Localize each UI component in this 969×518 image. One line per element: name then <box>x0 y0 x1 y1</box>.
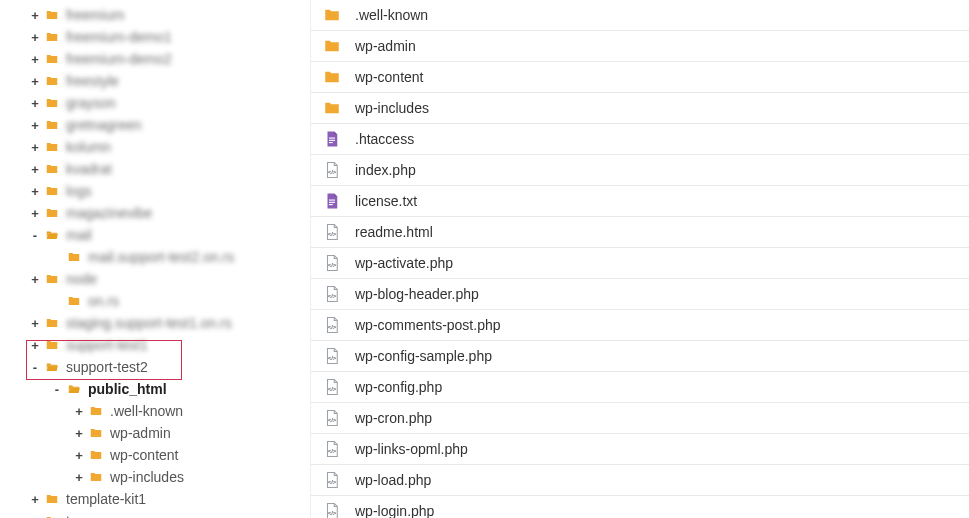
tree-node[interactable]: +wp-admin <box>28 422 310 444</box>
expand-toggle[interactable]: + <box>28 338 42 353</box>
tree-node[interactable]: +freemium-demo2 <box>28 48 310 70</box>
tree-node-label: wp-includes <box>110 469 184 485</box>
tree-node[interactable]: +support-test1 <box>28 334 310 356</box>
expand-toggle[interactable]: + <box>28 514 42 519</box>
tree-node[interactable]: -public_html <box>28 378 310 400</box>
file-row[interactable]: license.txt <box>311 186 969 217</box>
tree-node[interactable]: +kvadrat <box>28 158 310 180</box>
tree-node-label: freemium <box>66 7 124 23</box>
tree-node[interactable]: +logs <box>28 180 310 202</box>
tree-node-label: mail.support-test2.on.rs <box>88 249 234 265</box>
file-name: wp-content <box>355 69 423 85</box>
folder-closed-icon <box>88 470 104 484</box>
expand-toggle[interactable]: + <box>28 52 42 67</box>
expand-toggle[interactable]: + <box>28 74 42 89</box>
expand-toggle[interactable]: + <box>28 184 42 199</box>
file-row[interactable]: wp-login.php <box>311 496 969 518</box>
folder-closed-icon <box>88 404 104 418</box>
folder-closed-icon <box>44 96 60 110</box>
file-list-panel[interactable]: .well-knownwp-adminwp-contentwp-includes… <box>310 0 969 518</box>
collapse-toggle[interactable]: - <box>28 228 42 243</box>
folder-closed-icon <box>66 250 82 264</box>
file-row[interactable]: .htaccess <box>311 124 969 155</box>
file-text-icon <box>323 130 341 148</box>
expand-toggle[interactable]: + <box>28 162 42 177</box>
file-code-icon <box>323 409 341 427</box>
file-name: wp-config.php <box>355 379 442 395</box>
file-row[interactable]: index.php <box>311 155 969 186</box>
file-row[interactable]: wp-config.php <box>311 372 969 403</box>
file-row[interactable]: wp-admin <box>311 31 969 62</box>
file-row[interactable]: wp-activate.php <box>311 248 969 279</box>
tree-node[interactable]: +mail.support-test2.on.rs <box>28 246 310 268</box>
file-row[interactable]: wp-content <box>311 62 969 93</box>
tree-node[interactable]: +grayson <box>28 92 310 114</box>
tree-node-label: mail <box>66 227 92 243</box>
file-name: wp-config-sample.php <box>355 348 492 364</box>
folder-tree-sidebar[interactable]: +freemium+freemium-demo1+freemium-demo2+… <box>0 0 310 518</box>
folder-open-icon <box>66 382 82 396</box>
tree-node[interactable]: +wp-content <box>28 444 310 466</box>
expand-toggle[interactable]: + <box>28 118 42 133</box>
tree-node-label: staging.support-test1.on.rs <box>66 315 232 331</box>
tree-node[interactable]: +tmp <box>28 510 310 518</box>
tree-node[interactable]: +magazinevibe <box>28 202 310 224</box>
tree-node[interactable]: +freestyle <box>28 70 310 92</box>
file-name: wp-admin <box>355 38 416 54</box>
expand-toggle[interactable]: + <box>28 96 42 111</box>
tree-node[interactable]: +node <box>28 268 310 290</box>
tree-node-label: logs <box>66 183 92 199</box>
file-row[interactable]: wp-cron.php <box>311 403 969 434</box>
file-row[interactable]: wp-comments-post.php <box>311 310 969 341</box>
tree-node[interactable]: -mail <box>28 224 310 246</box>
file-row[interactable]: wp-blog-header.php <box>311 279 969 310</box>
file-code-icon <box>323 471 341 489</box>
expand-toggle[interactable]: + <box>28 8 42 23</box>
tree-node[interactable]: +freemium-demo1 <box>28 26 310 48</box>
folder-icon <box>323 37 341 55</box>
file-row[interactable]: wp-load.php <box>311 465 969 496</box>
file-row[interactable]: wp-config-sample.php <box>311 341 969 372</box>
file-row[interactable]: wp-includes <box>311 93 969 124</box>
file-row[interactable]: .well-known <box>311 0 969 31</box>
tree-node[interactable]: +staging.support-test1.on.rs <box>28 312 310 334</box>
tree-node-label: support-test2 <box>66 359 148 375</box>
tree-node[interactable]: +gretnagreen <box>28 114 310 136</box>
tree-node-label: freemium-demo1 <box>66 29 172 45</box>
expand-toggle[interactable]: + <box>72 470 86 485</box>
tree-node[interactable]: +kolumn <box>28 136 310 158</box>
folder-icon <box>323 6 341 24</box>
tree-node[interactable]: +wp-includes <box>28 466 310 488</box>
file-row[interactable]: wp-links-opml.php <box>311 434 969 465</box>
tree-node[interactable]: +on.rs <box>28 290 310 312</box>
collapse-toggle[interactable]: - <box>28 360 42 375</box>
expand-toggle[interactable]: + <box>72 448 86 463</box>
tree-node-label: gretnagreen <box>66 117 142 133</box>
file-name: wp-load.php <box>355 472 431 488</box>
expand-toggle[interactable]: + <box>28 316 42 331</box>
expand-toggle[interactable]: + <box>28 492 42 507</box>
expand-toggle[interactable]: + <box>72 426 86 441</box>
tree-node-label: template-kit1 <box>66 491 146 507</box>
file-name: .well-known <box>355 7 428 23</box>
file-name: .htaccess <box>355 131 414 147</box>
expand-toggle[interactable]: + <box>72 404 86 419</box>
folder-closed-icon <box>44 118 60 132</box>
tree-node[interactable]: +template-kit1 <box>28 488 310 510</box>
expand-toggle[interactable]: + <box>28 206 42 221</box>
folder-closed-icon <box>44 30 60 44</box>
tree-node-label: on.rs <box>88 293 119 309</box>
tree-node-label: .well-known <box>110 403 183 419</box>
expand-toggle[interactable]: + <box>28 30 42 45</box>
file-text-icon <box>323 192 341 210</box>
folder-closed-icon <box>66 294 82 308</box>
tree-node[interactable]: -support-test2 <box>28 356 310 378</box>
tree-node[interactable]: +.well-known <box>28 400 310 422</box>
tree-node[interactable]: +freemium <box>28 4 310 26</box>
expand-toggle[interactable]: + <box>28 140 42 155</box>
collapse-toggle[interactable]: - <box>50 382 64 397</box>
folder-icon <box>323 68 341 86</box>
expand-toggle[interactable]: + <box>28 272 42 287</box>
file-code-icon <box>323 161 341 179</box>
file-row[interactable]: readme.html <box>311 217 969 248</box>
